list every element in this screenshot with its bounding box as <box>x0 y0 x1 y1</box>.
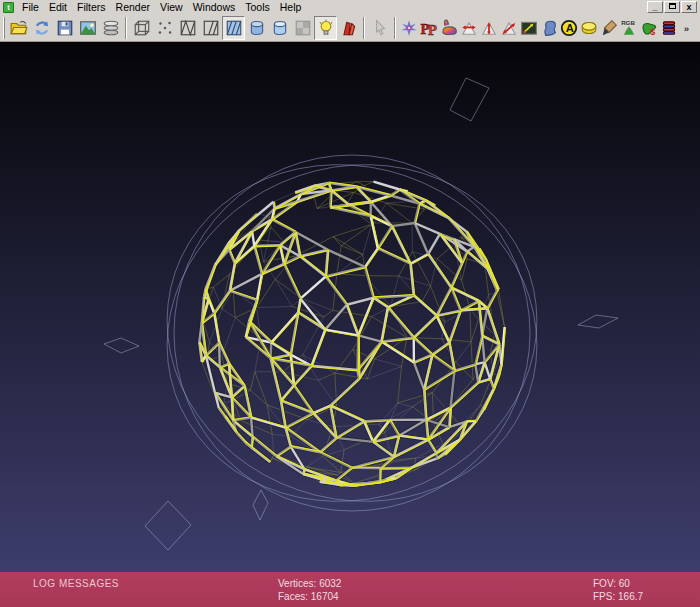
redarrows3-icon <box>500 19 518 37</box>
fps-label: FPS: <box>593 591 615 602</box>
close-window-button[interactable]: x <box>681 1 697 13</box>
fov-value: 60 <box>619 578 630 589</box>
fov-label: FOV: <box>593 578 616 589</box>
snapshot-icon <box>79 19 97 37</box>
bulb-icon <box>317 19 335 37</box>
save-mesh-button[interactable] <box>53 16 76 40</box>
circleA-icon: A <box>560 19 578 37</box>
flatlines-icon <box>225 19 243 37</box>
cyl2-icon <box>271 19 289 37</box>
layers-icon <box>102 19 120 37</box>
snapshot-button[interactable] <box>76 16 99 40</box>
menu-item-windows[interactable]: Windows <box>188 1 241 13</box>
menu-bar: t FileEditFiltersRenderViewWindowsToolsH… <box>0 0 700 14</box>
toolbar: PPARGB$»» <box>0 14 700 42</box>
draw-texture-button[interactable] <box>291 16 314 40</box>
meshlab-window: t FileEditFiltersRenderViewWindowsToolsH… <box>0 0 700 607</box>
svg-text:»: » <box>684 22 689 33</box>
edit-pick-button[interactable] <box>368 16 391 40</box>
svg-text:A: A <box>566 21 574 33</box>
measure-tool-3-button[interactable] <box>499 16 519 40</box>
viewport-canvas[interactable] <box>0 42 700 572</box>
show-normals-button[interactable] <box>539 16 559 40</box>
draw-bbox-button[interactable] <box>130 16 153 40</box>
colorize-mesh-button[interactable] <box>439 16 459 40</box>
pp-plugin-button[interactable]: PP <box>419 16 439 40</box>
draw-hidden-lines-button[interactable] <box>199 16 222 40</box>
draw-points-button[interactable] <box>153 16 176 40</box>
draw-flat-lines-button[interactable] <box>222 16 245 40</box>
menu-item-view[interactable]: View <box>155 1 188 13</box>
redarrows2-icon <box>480 19 498 37</box>
handdollar-icon: $ <box>640 19 658 37</box>
layer-stack-button[interactable] <box>659 16 679 40</box>
fps-value: 166.7 <box>618 591 643 602</box>
fancy-lighting-button[interactable] <box>337 16 360 40</box>
menu-item-file[interactable]: File <box>17 1 44 13</box>
draw-smooth-button[interactable] <box>268 16 291 40</box>
menu-item-help[interactable]: Help <box>275 1 307 13</box>
restore-icon <box>669 3 676 9</box>
bunny-icon <box>440 19 458 37</box>
draw-wireframe-button[interactable] <box>176 16 199 40</box>
open-mesh-button[interactable] <box>7 16 30 40</box>
faces-value: 16704 <box>311 591 339 602</box>
quality-mapper-button[interactable]: $ <box>639 16 659 40</box>
minimize-window-button[interactable]: _ <box>647 1 663 13</box>
points-icon <box>156 19 174 37</box>
head-icon <box>540 19 558 37</box>
status-bar: LOG MESSAGES Vertices: 6032 Faces: 16704… <box>0 572 700 607</box>
cursor-icon <box>371 19 389 37</box>
chev-icon: » <box>682 21 696 35</box>
splat-render-button[interactable] <box>399 16 419 40</box>
fan-icon <box>340 19 358 37</box>
svg-text:$: $ <box>650 27 655 37</box>
redstack-icon <box>660 19 678 37</box>
reload-mesh-button[interactable] <box>30 16 53 40</box>
floppy-icon <box>56 19 74 37</box>
app-icon[interactable]: t <box>3 2 14 13</box>
menu-item-tools[interactable]: Tools <box>240 1 275 13</box>
redarrows-icon <box>460 19 478 37</box>
texture-param-button[interactable] <box>519 16 539 40</box>
menu-item-edit[interactable]: Edit <box>44 1 72 13</box>
reload-icon <box>33 19 51 37</box>
log-messages-label[interactable]: LOG MESSAGES <box>33 578 119 589</box>
rgb-tri-button[interactable]: RGB <box>619 16 639 40</box>
show-layers-button[interactable] <box>99 16 122 40</box>
wirebox-icon <box>179 19 197 37</box>
viewport <box>0 42 700 572</box>
faces-label: Faces: <box>278 591 308 602</box>
light-on-off-button[interactable] <box>314 16 337 40</box>
greenquad-icon <box>520 19 538 37</box>
measure-tool-2-button[interactable] <box>479 16 499 40</box>
disc-icon <box>580 19 598 37</box>
mesh-stats: Vertices: 6032 Faces: 16704 <box>278 577 341 603</box>
sections-tool-button[interactable] <box>579 16 599 40</box>
bbox-icon <box>133 19 151 37</box>
ambient-occlusion-button[interactable]: A <box>559 16 579 40</box>
toolbar-separator <box>394 17 396 39</box>
toolbar-separator <box>125 17 127 39</box>
toolbar-grip[interactable] <box>3 17 5 39</box>
svg-text:RGB: RGB <box>621 19 635 26</box>
toolbar-overflow-1-button[interactable]: » <box>679 16 699 40</box>
paint-tool-button[interactable] <box>599 16 619 40</box>
hiddenbox-icon <box>202 19 220 37</box>
rgb-icon: RGB <box>620 19 638 37</box>
view-stats: FOV: 60 FPS: 166.7 <box>593 577 643 603</box>
menu-item-filters[interactable]: Filters <box>72 1 111 13</box>
restore-window-button[interactable] <box>664 1 680 13</box>
folder-icon <box>10 19 28 37</box>
draw-flat-button[interactable] <box>245 16 268 40</box>
toolbar-separator <box>363 17 365 39</box>
pp-icon: PP <box>420 19 438 37</box>
svg-text:P: P <box>428 21 437 36</box>
vertices-value: 6032 <box>319 578 341 589</box>
brush-icon <box>600 19 618 37</box>
texture-icon <box>294 19 312 37</box>
splat-icon <box>400 19 418 37</box>
vertices-label: Vertices: <box>278 578 316 589</box>
menu-item-render[interactable]: Render <box>111 1 155 13</box>
measure-tool-1-button[interactable] <box>459 16 479 40</box>
